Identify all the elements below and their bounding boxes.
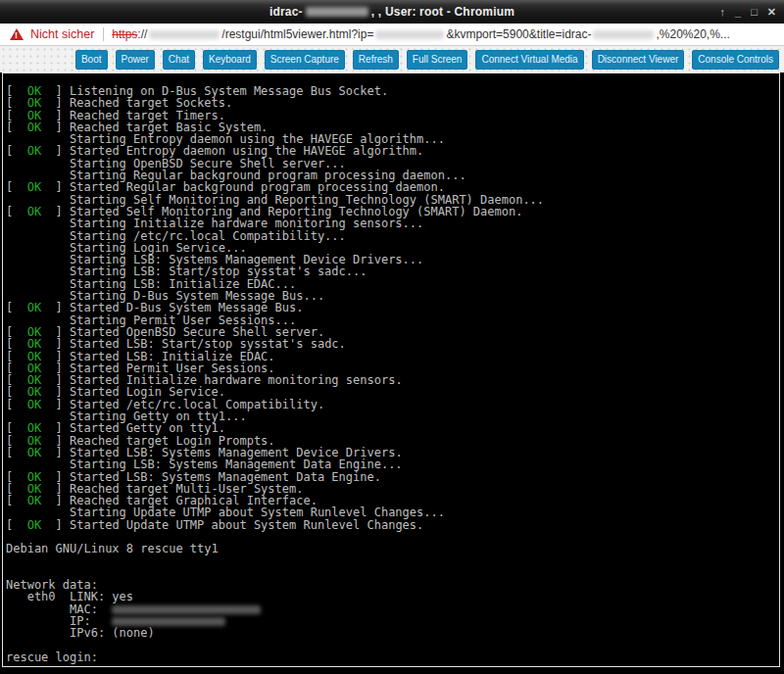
console-line: [ OK ] Started LSB: Start/stop sysstat's…	[6, 338, 779, 350]
address-bar-divider	[103, 27, 104, 41]
console-line: Starting Initialize hardware monitoring …	[6, 217, 779, 229]
console-line: Starting Update UTMP about System Runlev…	[6, 506, 779, 518]
url-scheme-separator: ://	[137, 27, 147, 41]
console-line: [ OK ] Started Getty on tty1.	[6, 422, 779, 434]
redacted-url-ip-param	[375, 30, 444, 39]
toolbar-button-full-screen[interactable]: Full Screen	[407, 50, 468, 70]
browser-window: idrac- , , User: root - Chromium ↑ _ □ ✕…	[0, 0, 784, 674]
redacted-url-title-param	[593, 30, 654, 39]
console-line: IP:	[6, 615, 779, 627]
remote-console-screen[interactable]: [ OK ] Listening on D-Bus System Message…	[2, 72, 780, 667]
url-scheme: https	[112, 27, 137, 41]
toolbar-button-power[interactable]: Power	[116, 50, 155, 70]
url-query: &kvmport=5900&title=idrac-	[446, 27, 591, 41]
redacted-value	[112, 617, 225, 626]
console-line: [ OK ] Started LSB: Systems Management D…	[6, 471, 779, 483]
toolbar-button-connect-virtual-media[interactable]: Connect Virtual Media	[475, 50, 583, 70]
toolbar-button-disconnect-viewer[interactable]: Disconnect Viewer	[592, 50, 685, 70]
console-line: [ OK ] Started LSB: Initialize EDAC.	[6, 351, 779, 362]
console-line: Starting /etc/rc.local Compatibility...	[6, 230, 779, 242]
toolbar-button-refresh[interactable]: Refresh	[353, 50, 399, 70]
toolbar-button-chat[interactable]: Chat	[163, 50, 195, 70]
redacted-url-host	[149, 30, 220, 39]
toolbar-button-screen-capture[interactable]: Screen Capture	[265, 50, 345, 70]
console-line	[6, 555, 779, 567]
redacted-hostname	[306, 7, 368, 17]
window-title: idrac- , , User: root - Chromium	[0, 5, 784, 19]
redacted-value	[112, 605, 261, 614]
browser-address-bar[interactable]: Nicht sicher https :// /restgui/html5vie…	[0, 24, 784, 46]
console-line: [ OK ] Reached target Sockets.	[6, 97, 779, 109]
url-path: /restgui/html5viewer.html?ip=	[221, 27, 373, 41]
toolbar-button-keyboard[interactable]: Keyboard	[203, 50, 257, 70]
viewer-area: [ OK ] Listening on D-Bus System Message…	[0, 72, 784, 674]
console-line: Starting LSB: Start/stop sysstat's sadc.…	[6, 265, 779, 277]
window-title-suffix: , , User: root - Chromium	[371, 5, 514, 19]
window-controls: ↑ _ □ ✕	[720, 0, 777, 24]
window-titlebar[interactable]: idrac- , , User: root - Chromium ↑ _ □ ✕	[0, 0, 784, 24]
viewer-toolbar: BootPowerChatKeyboardScreen CaptureRefre…	[0, 46, 784, 72]
console-line: rescue login:	[6, 651, 779, 663]
console-line: Starting LSB: Systems Management Data En…	[6, 458, 779, 470]
console-line: IPv6: (none)	[6, 627, 779, 639]
console-line: [ OK ] Started D-Bus System Message Bus.	[6, 302, 779, 313]
console-line: Debian GNU/Linux 8 rescue tty1	[6, 543, 779, 554]
close-icon[interactable]: ✕	[767, 6, 776, 19]
maximize-icon[interactable]: □	[751, 6, 758, 18]
toolbar-button-console-controls[interactable]: Console Controls	[692, 50, 779, 70]
minimize-icon[interactable]: _	[735, 6, 741, 18]
console-line: [ OK ] Started Update UTMP about System …	[6, 519, 779, 531]
not-secure-label[interactable]: Nicht sicher	[30, 27, 94, 41]
console-line: MAC:	[6, 603, 779, 615]
toolbar-button-boot[interactable]: Boot	[75, 50, 108, 70]
console-line	[6, 640, 779, 651]
console-line: [ OK ] Started Entropy daemon using the …	[6, 145, 779, 157]
url-tail: ,%20%20,%...	[656, 27, 729, 41]
console-line: [ OK ] Started Login Service.	[6, 386, 779, 398]
ok-status: OK	[27, 518, 41, 532]
console-line	[6, 567, 779, 579]
console-line: eth0 LINK: yes	[6, 591, 779, 602]
not-secure-warning-icon[interactable]	[10, 28, 24, 40]
keep-on-top-icon[interactable]: ↑	[720, 6, 726, 18]
console-line: [ OK ] Started Regular background progra…	[6, 181, 779, 193]
window-title-prefix: idrac-	[270, 5, 303, 19]
